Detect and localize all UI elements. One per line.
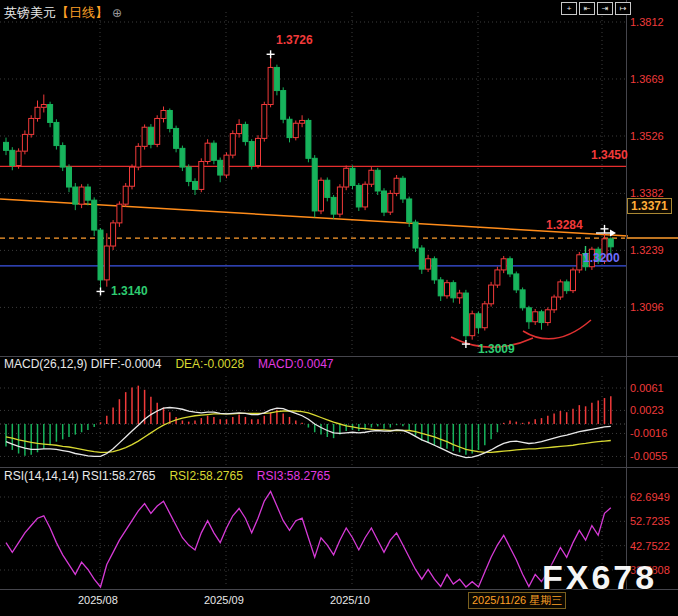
add-symbol-icon[interactable]: ⊕: [112, 6, 122, 20]
macd-status-row: MACD(26,12,9) DIFF:-0.0004DEA:-0.0028MAC…: [4, 357, 333, 371]
macd-tick-label: 0.0023: [630, 404, 664, 416]
candles-layer: [4, 56, 614, 342]
current-price-tag: 1.3371: [627, 198, 672, 214]
price-tick-label: 1.3239: [630, 244, 664, 256]
fit-vertical-icon[interactable]: ⇤: [579, 2, 595, 15]
annotation-high-price: 1.3726: [276, 33, 313, 47]
annotation-august-low: 1.3140: [111, 284, 148, 298]
time-axis-label: 2025/09: [204, 594, 244, 606]
rsi-tick-label: 62.6949: [630, 491, 670, 503]
rsi2-value: RSI2:58.2765: [169, 469, 242, 483]
macd-dea-value: DEA:-0.0028: [175, 357, 244, 371]
rsi3-value: RSI3:58.2765: [257, 469, 330, 483]
price-tick-label: 1.3096: [630, 301, 664, 313]
macd-tick-label: -0.0016: [630, 427, 667, 439]
time-axis-label: 2025/08: [78, 594, 118, 606]
fx678-watermark: FX678: [542, 558, 657, 597]
grid-layer: [0, 12, 626, 587]
chart-title: 英镑美元【日线】⊕: [4, 4, 122, 22]
export-icon[interactable]: ↦: [615, 2, 631, 15]
price-tick-label: 1.3812: [630, 16, 664, 28]
price-tick-label: 1.3669: [630, 73, 664, 85]
macd-tick-label: -0.0055: [630, 450, 667, 462]
rsi-tick-label: 52.7235: [630, 515, 670, 527]
rsi-layer: [6, 491, 611, 587]
axis-divider: [626, 0, 627, 589]
rsi1-value: RSI(14,14,14) RSI1:58.2765: [4, 469, 155, 483]
rsi-status-row: RSI(14,14,14) RSI1:58.2765RSI2:58.2765RS…: [4, 469, 330, 483]
chart-canvas[interactable]: [0, 0, 678, 616]
rsi-tick-label: 42.7522: [630, 540, 670, 552]
macd-layer: [0, 386, 626, 458]
macd-hist-value: MACD:0.0047: [258, 357, 333, 371]
instrument-name: 英镑美元: [4, 5, 56, 20]
chart-toolbar: + ⇤ ⇥ ↦: [561, 2, 631, 15]
panel-divider: [0, 467, 678, 468]
price-tick-label: 1.3526: [630, 130, 664, 142]
macd-tick-label: 0.0061: [630, 382, 664, 394]
time-axis-label: 2025/10: [330, 594, 370, 606]
macd-diff-value: MACD(26,12,9) DIFF:-0.0004: [4, 357, 161, 371]
annotation-resistance-price: 1.3450: [591, 148, 628, 162]
timeframe-label: 【日线】: [56, 5, 108, 20]
move-crosshair-icon[interactable]: +: [561, 2, 577, 15]
annotation-support-price: 1.3200: [583, 251, 620, 265]
annotation-trendline-price: 1.3284: [546, 218, 583, 232]
fit-horizontal-icon[interactable]: ⇥: [597, 2, 613, 15]
annotation-november-low: 1.3009: [478, 342, 515, 356]
